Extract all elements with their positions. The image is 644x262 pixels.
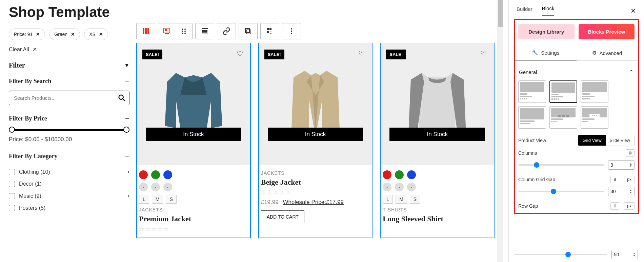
- chip-green[interactable]: Green✕: [49, 29, 80, 40]
- category-checkbox[interactable]: [9, 205, 15, 211]
- swatch-green[interactable]: [395, 170, 404, 179]
- category-item-decor[interactable]: Decor (1): [9, 178, 129, 190]
- link-button[interactable]: [217, 23, 236, 39]
- active-filter-chips: Price: 91✕ Green✕ XS✕: [9, 29, 129, 40]
- tab-block[interactable]: Block: [542, 5, 555, 16]
- tab-label: Advanced: [599, 50, 622, 56]
- scrollbar-thumb[interactable]: [498, 0, 503, 27]
- add-to-cart-button[interactable]: ADD TO CART: [261, 210, 304, 223]
- product-card[interactable]: SALE! ♡ In Stock ▪ ▪: [380, 43, 495, 238]
- chip-xs[interactable]: XS✕: [84, 29, 108, 40]
- filter-icon[interactable]: ▼: [124, 62, 129, 69]
- size-option[interactable]: S: [410, 195, 420, 204]
- product-card[interactable]: SALE! ♡ In Stock ▪ ▪: [136, 43, 251, 238]
- thumb[interactable]: ▪: [163, 183, 172, 191]
- unit-selector[interactable]: px: [624, 202, 635, 210]
- price-handle-max[interactable]: [123, 127, 129, 133]
- spinner-icon[interactable]: ▲▼: [629, 189, 632, 194]
- thumb[interactable]: ▪: [139, 183, 148, 191]
- preset-option[interactable]: [581, 80, 608, 103]
- design-library-button[interactable]: Design Library: [518, 24, 575, 39]
- grid-options-button[interactable]: [261, 23, 279, 39]
- clear-all-button[interactable]: Clear All✕: [9, 46, 129, 53]
- desktop-icon[interactable]: 🖥: [610, 176, 619, 183]
- chevron-right-icon[interactable]: ›: [127, 192, 129, 200]
- columns-slider[interactable]: [518, 164, 604, 166]
- price-handle-min[interactable]: [9, 127, 15, 133]
- wishlist-heart-icon[interactable]: ♡: [237, 50, 243, 58]
- chip-close-icon[interactable]: ✕: [36, 32, 40, 37]
- collapse-icon[interactable]: −: [125, 152, 129, 161]
- category-checkbox[interactable]: [9, 169, 15, 175]
- category-item-clothing[interactable]: Clothing (10)›: [9, 166, 129, 178]
- swatch-green[interactable]: [151, 170, 160, 179]
- category-item-music[interactable]: Music (9)›: [9, 190, 129, 202]
- collapse-icon[interactable]: −: [125, 114, 129, 123]
- spinner-icon[interactable]: ▲▼: [633, 252, 636, 257]
- columns-input[interactable]: 3▲▼: [608, 160, 635, 170]
- search-input[interactable]: [9, 91, 129, 105]
- col-gap-input[interactable]: 30▲▼: [608, 187, 635, 196]
- preset-option[interactable]: [518, 80, 546, 103]
- size-option[interactable]: L: [383, 195, 393, 204]
- wishlist-heart-icon[interactable]: ♡: [358, 50, 365, 58]
- align-button[interactable]: [196, 23, 214, 39]
- search-icon[interactable]: [118, 94, 125, 103]
- product-card[interactable]: SALE! ♡ In Stock JACKETS Beige Jacket ☆☆…: [258, 43, 373, 238]
- chip-price[interactable]: Price: 91✕: [9, 29, 45, 40]
- desktop-icon[interactable]: 🖥: [610, 202, 619, 210]
- block-type-button[interactable]: [158, 23, 175, 39]
- scrollbar-track[interactable]: [497, 0, 503, 262]
- row-gap-slider[interactable]: [514, 254, 607, 255]
- wishlist-heart-icon[interactable]: ♡: [480, 50, 487, 58]
- row-gap-input[interactable]: 50▲▼: [611, 250, 638, 259]
- settings-highlight-box: Design Library Blocks Preview 🔧Settings …: [514, 19, 639, 214]
- grid-view-option[interactable]: Grid View: [578, 135, 605, 146]
- thumb[interactable]: ▪: [407, 183, 416, 191]
- category-checkbox[interactable]: [9, 193, 15, 199]
- price-slider[interactable]: [12, 129, 127, 131]
- swatch-red[interactable]: [383, 170, 391, 179]
- preset-option[interactable]: [549, 106, 577, 129]
- unit-selector[interactable]: px: [624, 176, 635, 183]
- collapse-icon[interactable]: −: [125, 77, 129, 86]
- more-options-button[interactable]: [282, 23, 301, 39]
- thumb[interactable]: ▪: [395, 183, 404, 191]
- col-gap-slider[interactable]: [518, 191, 604, 192]
- blocks-preview-button[interactable]: Blocks Preview: [579, 24, 635, 39]
- tab-builder[interactable]: Builder: [517, 6, 532, 16]
- size-option[interactable]: L: [139, 195, 149, 204]
- thumb[interactable]: ▪: [383, 183, 391, 191]
- size-option[interactable]: M: [152, 195, 163, 204]
- chip-close-icon[interactable]: ✕: [99, 32, 103, 37]
- swatch-red[interactable]: [139, 170, 148, 179]
- spinner-icon[interactable]: ▲▼: [629, 163, 632, 167]
- columns-layout-button[interactable]: [137, 23, 155, 39]
- size-option[interactable]: S: [166, 195, 176, 204]
- panel-close-icon[interactable]: ✕: [630, 7, 636, 15]
- desktop-icon[interactable]: 🖥: [626, 149, 635, 157]
- duplicate-button[interactable]: [239, 23, 257, 39]
- chip-close-icon[interactable]: ✕: [71, 32, 75, 37]
- category-item-posters[interactable]: Posters (5): [9, 202, 129, 214]
- swatch-blue[interactable]: [407, 170, 416, 179]
- sale-badge: SALE!: [386, 50, 406, 59]
- preset-option[interactable]: [518, 106, 546, 129]
- preset-option[interactable]: [581, 106, 608, 129]
- chevron-right-icon[interactable]: ›: [127, 168, 129, 175]
- preset-option[interactable]: [549, 80, 577, 103]
- thumb[interactable]: ▪: [151, 183, 160, 191]
- tab-settings[interactable]: 🔧Settings: [515, 45, 577, 60]
- stock-badge: In Stock: [389, 128, 485, 141]
- product-view-toggle[interactable]: Grid View Slide View: [578, 135, 635, 146]
- swatch-blue[interactable]: [163, 170, 172, 179]
- tab-advanced[interactable]: ⚙Advanced: [577, 45, 638, 60]
- drag-handle-button[interactable]: [175, 23, 192, 39]
- product-title[interactable]: Long Sleeved Shirt: [383, 214, 492, 223]
- slide-view-option[interactable]: Slide View: [606, 135, 634, 146]
- category-checkbox[interactable]: [9, 181, 15, 187]
- accordion-general[interactable]: General ⌄: [518, 66, 635, 80]
- product-title[interactable]: Beige Jacket: [261, 178, 370, 187]
- size-option[interactable]: M: [396, 195, 407, 204]
- product-title[interactable]: Premium Jacket: [139, 214, 248, 223]
